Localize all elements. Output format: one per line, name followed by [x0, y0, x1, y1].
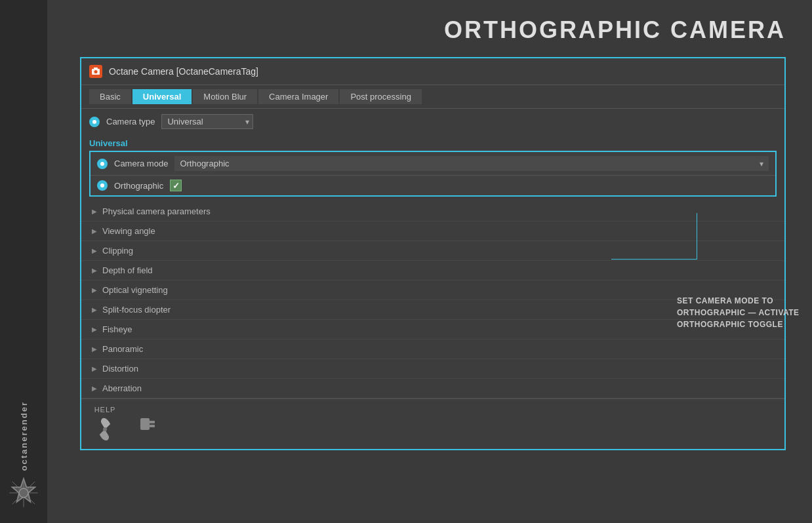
depth-of-field-label: Depth of field: [102, 265, 153, 275]
panel-header: Octane Camera [OctaneCameraTag]: [81, 58, 784, 85]
sidebar: octanerender: [0, 0, 47, 523]
split-focus-label: Split-focus diopter: [102, 305, 171, 315]
plugin-icon[interactable]: [135, 410, 160, 438]
aberration-label: Aberration: [102, 383, 142, 393]
svg-rect-11: [150, 421, 155, 423]
distortion-row[interactable]: ▶ Distortion: [81, 359, 784, 379]
clipping-row[interactable]: ▶ Clipping: [81, 241, 784, 261]
camera-mode-label: Camera mode: [114, 159, 168, 168]
brand-text: octanerender: [19, 401, 29, 471]
universal-section-label: Universal: [81, 134, 784, 151]
tab-basic[interactable]: Basic: [89, 89, 131, 104]
panoramic-label: Panoramic: [102, 344, 143, 354]
viewing-angle-label: Viewing angle: [102, 226, 155, 236]
chevron-icon-viewing: ▶: [92, 227, 97, 235]
svg-point-9: [103, 427, 107, 431]
octane-logo-icon: [7, 476, 41, 510]
callout-line-horizontal: [611, 259, 697, 260]
camera-type-label: Camera type: [106, 117, 155, 126]
panel-title: Octane Camera [OctaneCameraTag]: [109, 66, 258, 77]
main-content: ORTHOGRAPHIC CAMERA Octane Camera [Octan…: [47, 0, 812, 523]
camera-type-row: Camera type Universal: [81, 109, 784, 134]
camera-mode-dropdown-wrapper: Orthographic: [174, 156, 769, 171]
svg-point-7: [94, 70, 98, 73]
chevron-icon-clipping: ▶: [92, 247, 97, 254]
tab-camera-imager[interactable]: Camera Imager: [258, 89, 338, 104]
camera-icon: [89, 65, 102, 78]
svg-rect-12: [150, 425, 155, 427]
chevron-icon-split: ▶: [92, 306, 97, 313]
viewing-angle-row[interactable]: ▶ Viewing angle: [81, 222, 784, 241]
plugin-icon-svg: [135, 410, 160, 435]
panel-footer: HELP: [81, 398, 784, 449]
help-label: HELP: [94, 406, 116, 414]
chevron-icon-fisheye: ▶: [92, 326, 97, 333]
brand-area: octanerender: [7, 401, 41, 510]
tab-post-processing[interactable]: Post processing: [340, 89, 422, 104]
tab-universal[interactable]: Universal: [132, 89, 192, 104]
clipping-label: Clipping: [102, 246, 133, 256]
orthographic-radio[interactable]: [97, 180, 108, 191]
camera-type-radio[interactable]: [89, 117, 100, 127]
chevron-icon-aberration: ▶: [92, 385, 97, 392]
callout-line-vertical: [697, 213, 697, 260]
chevron-icon-distortion: ▶: [92, 365, 97, 372]
camera-mode-dropdown[interactable]: Orthographic: [174, 156, 769, 171]
camera-mode-radio[interactable]: [97, 159, 108, 169]
svg-point-5: [19, 488, 28, 497]
svg-rect-10: [140, 418, 150, 430]
inner-camera-section: Camera mode Orthographic Orthographic: [89, 151, 777, 197]
page-title: ORTHOGRAPHIC CAMERA: [47, 0, 812, 57]
fisheye-label: Fisheye: [102, 324, 132, 334]
tabs-row: Basic Universal Motion Blur Camera Image…: [81, 85, 784, 109]
panoramic-row[interactable]: ▶ Panoramic: [81, 339, 784, 359]
camera-type-dropdown[interactable]: Universal: [161, 114, 253, 129]
svg-rect-8: [94, 68, 98, 69]
callout-text: SET CAMERA MODE TO ORTHOGRAPHIC — ACTIVA…: [677, 295, 812, 330]
depth-of-field-row[interactable]: ▶ Depth of field: [81, 261, 784, 281]
chevron-icon-panoramic: ▶: [92, 345, 97, 353]
help-section: HELP: [92, 406, 118, 442]
help-icon[interactable]: [92, 416, 118, 442]
camera-type-dropdown-wrapper: Universal: [161, 114, 253, 129]
pinwheel-icon: [92, 417, 117, 442]
orthographic-label: Orthographic: [114, 181, 163, 191]
chevron-icon-optical: ▶: [92, 286, 97, 294]
optical-vignetting-label: Optical vignetting: [102, 285, 168, 295]
distortion-label: Distortion: [102, 364, 138, 374]
chevron-icon-dof: ▶: [92, 267, 97, 274]
camera-mode-row: Camera mode Orthographic: [91, 152, 775, 175]
physical-camera-label: Physical camera parameters: [102, 206, 211, 216]
chevron-icon-physical: ▶: [92, 208, 97, 215]
physical-camera-row[interactable]: ▶ Physical camera parameters: [81, 202, 784, 222]
tab-motion-blur[interactable]: Motion Blur: [193, 89, 257, 104]
camera-panel: Octane Camera [OctaneCameraTag] Basic Un…: [80, 57, 786, 450]
aberration-row[interactable]: ▶ Aberration: [81, 379, 784, 398]
orthographic-checkbox[interactable]: [170, 180, 182, 191]
orthographic-row: Orthographic: [91, 175, 775, 195]
